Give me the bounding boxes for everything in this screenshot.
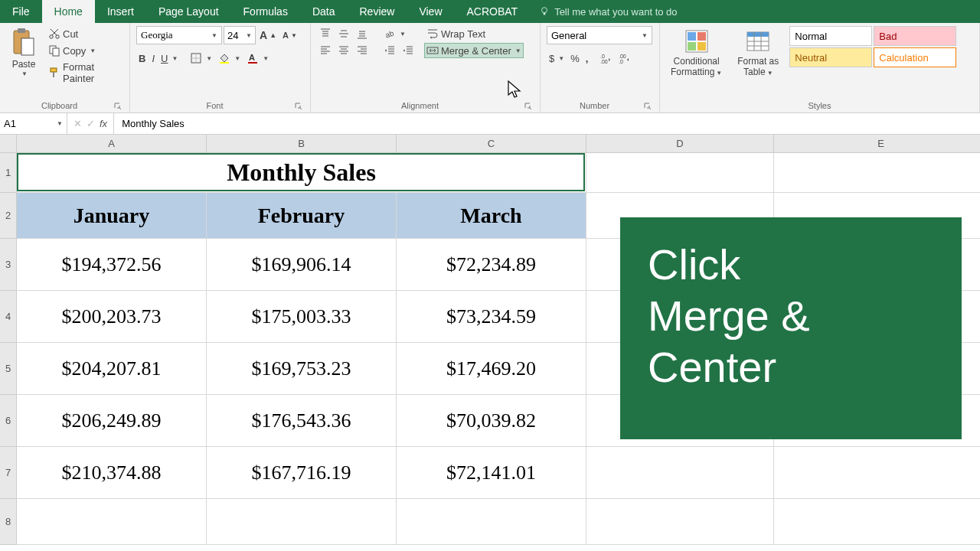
style-normal[interactable]: Normal bbox=[789, 26, 872, 46]
tab-home[interactable]: Home bbox=[42, 0, 95, 23]
merged-title-cell[interactable]: Monthly Sales bbox=[17, 153, 586, 193]
increase-font-button[interactable]: A▲ bbox=[257, 28, 279, 43]
row-header[interactable]: 7 bbox=[0, 447, 17, 499]
bold-button[interactable]: B bbox=[136, 51, 148, 66]
increase-decimal-button[interactable]: .0.00 bbox=[598, 51, 615, 66]
row-header[interactable]: 2 bbox=[0, 193, 17, 239]
accounting-format-button[interactable]: $▼ bbox=[547, 51, 567, 66]
row-header[interactable]: 4 bbox=[0, 291, 17, 343]
font-color-button[interactable]: A▼ bbox=[244, 51, 271, 66]
cell[interactable]: $176,543.36 bbox=[207, 395, 397, 447]
decrease-indent-button[interactable] bbox=[381, 43, 398, 58]
decrease-font-button[interactable]: A▼ bbox=[280, 29, 299, 41]
number-dialog-launcher[interactable] bbox=[642, 101, 653, 112]
cell[interactable]: $17,469.20 bbox=[397, 343, 586, 395]
cell[interactable]: $169,906.14 bbox=[207, 239, 397, 291]
cell[interactable]: $210,374.88 bbox=[17, 447, 207, 499]
paste-button[interactable]: Paste ▼ bbox=[6, 26, 41, 79]
cell[interactable]: March bbox=[397, 193, 586, 239]
row-header[interactable]: 8 bbox=[0, 499, 17, 545]
tab-view[interactable]: View bbox=[407, 0, 454, 23]
tab-file[interactable]: File bbox=[0, 0, 42, 23]
row-header[interactable]: 3 bbox=[0, 239, 17, 291]
cell[interactable] bbox=[586, 447, 774, 499]
cell[interactable] bbox=[774, 447, 980, 499]
format-painter-button[interactable]: Format Painter bbox=[46, 60, 123, 86]
cell[interactable]: $72,141.01 bbox=[397, 447, 586, 499]
cell[interactable]: $206,249.89 bbox=[17, 395, 207, 447]
cut-button[interactable]: Cut bbox=[46, 26, 123, 41]
borders-button[interactable]: ▼ bbox=[188, 51, 214, 66]
column-header[interactable]: E bbox=[774, 135, 980, 153]
cell[interactable]: February bbox=[207, 193, 397, 239]
copy-button[interactable]: Copy ▼ bbox=[46, 43, 123, 58]
style-neutral[interactable]: Neutral bbox=[789, 47, 872, 67]
row-header[interactable]: 6 bbox=[0, 395, 17, 447]
cell[interactable]: $175,003.33 bbox=[207, 291, 397, 343]
font-name-select[interactable]: Georgia ▼ bbox=[136, 26, 222, 44]
percent-format-button[interactable]: % bbox=[568, 51, 582, 66]
cell[interactable] bbox=[774, 499, 980, 545]
row-header[interactable]: 1 bbox=[0, 153, 17, 193]
tab-acrobat[interactable]: ACROBAT bbox=[455, 0, 531, 23]
comma-format-button[interactable]: , bbox=[583, 51, 591, 66]
cell[interactable]: $169,753.23 bbox=[207, 343, 397, 395]
tell-me-search[interactable]: Tell me what you want to do bbox=[530, 0, 686, 23]
select-all-corner[interactable] bbox=[0, 135, 17, 153]
column-header[interactable]: D bbox=[586, 135, 774, 153]
align-center-button[interactable] bbox=[335, 43, 352, 58]
clipboard-dialog-launcher[interactable] bbox=[113, 101, 123, 112]
decrease-decimal-button[interactable]: .00.0 bbox=[616, 51, 633, 66]
cell[interactable]: $73,234.59 bbox=[397, 291, 586, 343]
underline-button[interactable]: U▼ bbox=[158, 51, 180, 66]
cell[interactable]: $194,372.56 bbox=[17, 239, 207, 291]
alignment-dialog-launcher[interactable] bbox=[523, 101, 534, 112]
cell[interactable] bbox=[586, 153, 774, 193]
align-right-button[interactable] bbox=[354, 43, 371, 58]
tab-formulas[interactable]: Formulas bbox=[231, 0, 300, 23]
increase-indent-button[interactable] bbox=[400, 43, 416, 58]
cell[interactable] bbox=[207, 499, 397, 545]
cell[interactable] bbox=[586, 499, 774, 545]
cell[interactable] bbox=[17, 499, 207, 545]
column-header[interactable]: A bbox=[17, 135, 207, 153]
wrap-text-button[interactable]: Wrap Text bbox=[424, 26, 524, 41]
column-header[interactable]: C bbox=[397, 135, 586, 153]
font-size-select[interactable]: 24 ▼ bbox=[224, 26, 256, 44]
row-header[interactable]: 5 bbox=[0, 343, 17, 395]
tab-data[interactable]: Data bbox=[300, 0, 348, 23]
cell[interactable]: $70,039.82 bbox=[397, 395, 586, 447]
align-middle-button[interactable] bbox=[335, 26, 352, 41]
cell[interactable] bbox=[397, 499, 586, 545]
group-styles: Conditional Formatting▼ Format as Table▼… bbox=[660, 23, 980, 112]
formula-input[interactable]: Monthly Sales bbox=[114, 113, 980, 134]
align-bottom-button[interactable] bbox=[354, 26, 371, 41]
conditional-formatting-button[interactable]: Conditional Formatting▼ bbox=[666, 26, 727, 80]
cancel-formula-button[interactable]: ✕ bbox=[74, 118, 82, 129]
cell[interactable]: January bbox=[17, 193, 207, 239]
enter-formula-button[interactable]: ✓ bbox=[87, 118, 95, 129]
cell[interactable]: $200,203.73 bbox=[17, 291, 207, 343]
column-header[interactable]: B bbox=[207, 135, 397, 153]
merge-center-button[interactable]: Merge & Center ▼ bbox=[424, 43, 524, 58]
fx-icon[interactable]: fx bbox=[100, 118, 107, 129]
tab-page-layout[interactable]: Page Layout bbox=[146, 0, 231, 23]
font-dialog-launcher[interactable] bbox=[293, 101, 304, 112]
style-calculation[interactable]: Calculation bbox=[874, 47, 956, 67]
cell-styles-gallery[interactable]: Normal Bad Neutral Calculation bbox=[789, 26, 956, 67]
cell[interactable] bbox=[774, 153, 980, 193]
cell[interactable]: $204,207.81 bbox=[17, 343, 207, 395]
tab-insert[interactable]: Insert bbox=[95, 0, 146, 23]
orientation-button[interactable]: ab▼ bbox=[381, 26, 408, 41]
style-bad[interactable]: Bad bbox=[874, 26, 956, 46]
name-box[interactable]: A1 ▼ bbox=[0, 113, 67, 134]
italic-button[interactable]: I bbox=[149, 51, 157, 66]
tab-review[interactable]: Review bbox=[348, 0, 407, 23]
cell[interactable]: $167,716.19 bbox=[207, 447, 397, 499]
format-as-table-button[interactable]: Format as Table▼ bbox=[733, 26, 783, 80]
number-format-select[interactable]: General ▼ bbox=[547, 26, 652, 44]
align-top-button[interactable] bbox=[317, 26, 334, 41]
cell[interactable]: $72,234.89 bbox=[397, 239, 586, 291]
align-left-button[interactable] bbox=[317, 43, 334, 58]
fill-color-button[interactable]: ▼ bbox=[216, 51, 243, 66]
